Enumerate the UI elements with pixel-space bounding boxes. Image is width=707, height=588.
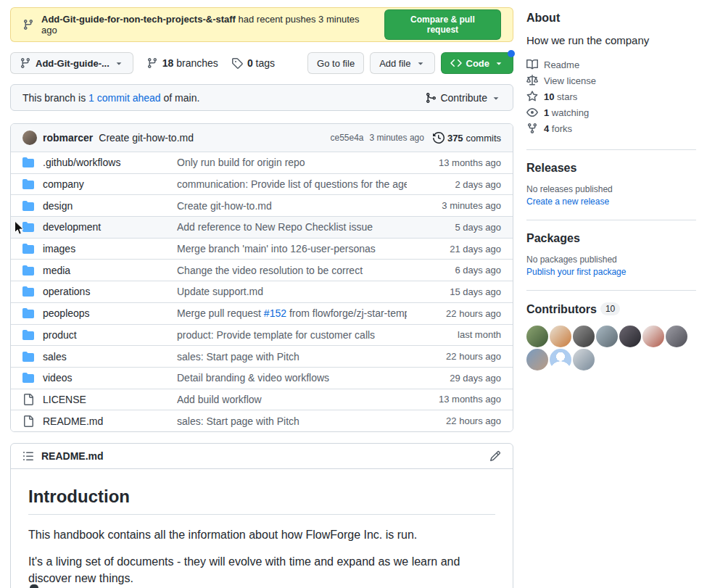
- sidebar-link-stars[interactable]: 10 stars: [526, 88, 696, 104]
- file-age: 15 days ago: [407, 286, 501, 297]
- branch-selector[interactable]: Add-Git-guide-...: [10, 52, 133, 74]
- contribute-dropdown[interactable]: Contribute: [425, 92, 501, 104]
- issue-link[interactable]: #152: [264, 307, 286, 319]
- file-type-icon: [22, 415, 34, 427]
- file-name-link[interactable]: README.md: [43, 415, 103, 427]
- packages-heading[interactable]: Packages: [526, 232, 696, 245]
- file-row[interactable]: company communication: Provide list of q…: [11, 173, 513, 195]
- file-row[interactable]: sales sales: Start page with Pitch 22 ho…: [11, 345, 513, 367]
- row-commit-message-link[interactable]: Add reference to New Repo Checklist issu…: [177, 221, 407, 233]
- file-name-link[interactable]: images: [43, 243, 75, 254]
- sidebar-link-view-license[interactable]: View license: [526, 73, 696, 88]
- file-name-link[interactable]: development: [43, 221, 101, 233]
- file-row[interactable]: .github/workflows Only run build for ori…: [11, 152, 513, 173]
- file-row[interactable]: images Merge branch 'main' into 126-user…: [11, 238, 513, 260]
- commit-author-link[interactable]: robmarcer: [43, 132, 93, 144]
- row-commit-message-link[interactable]: Change the video resolution to be correc…: [177, 265, 407, 276]
- pencil-icon[interactable]: [489, 450, 501, 462]
- contributor-avatar[interactable]: [619, 326, 641, 347]
- sidebar-link-readme[interactable]: Readme: [526, 57, 696, 73]
- tags-link[interactable]: 0 tags: [231, 57, 275, 69]
- file-name-link[interactable]: .github/workflows: [43, 157, 120, 168]
- releases-heading[interactable]: Releases: [526, 162, 696, 175]
- file-name-link[interactable]: product: [43, 329, 77, 341]
- commit-history-link[interactable]: 375 commits: [433, 132, 501, 144]
- contributor-avatar[interactable]: [573, 326, 595, 347]
- file-row[interactable]: README.md sales: Start page with Pitch 2…: [11, 410, 513, 431]
- list-icon[interactable]: [22, 450, 34, 462]
- row-commit-message-link[interactable]: Update support.md: [177, 286, 407, 297]
- code-icon: [450, 57, 462, 69]
- contributor-avatar[interactable]: [526, 326, 548, 347]
- avatar[interactable]: [22, 131, 37, 145]
- divider: [526, 149, 696, 150]
- contributors-heading[interactable]: Contributors10: [526, 302, 696, 316]
- file-type-icon: [22, 329, 34, 341]
- file-row[interactable]: product product: Provide template for cu…: [11, 324, 513, 346]
- go-to-file-button[interactable]: Go to file: [307, 52, 364, 74]
- row-commit-message-link[interactable]: Detail branding & video workflows: [177, 372, 407, 384]
- contributors-avatars: [526, 326, 696, 370]
- file-row[interactable]: operations Update support.md 15 days ago: [11, 281, 513, 302]
- code-button[interactable]: Code: [441, 52, 514, 74]
- sidebar-link-forks[interactable]: 4 forks: [526, 120, 696, 136]
- folder-icon: [22, 221, 34, 233]
- file-name-link[interactable]: operations: [43, 286, 90, 297]
- releases-empty-text: No releases published: [526, 184, 696, 194]
- file-name-link[interactable]: LICENSE: [43, 394, 86, 405]
- row-commit-message-link[interactable]: product: Provide template for customer c…: [177, 329, 407, 341]
- file-row[interactable]: videos Detail branding & video workflows…: [11, 367, 513, 389]
- file-list: .github/workflows Only run build for ori…: [11, 152, 513, 431]
- file-type-icon: [22, 286, 34, 297]
- contributor-avatar[interactable]: [550, 349, 571, 370]
- file-row[interactable]: media Change the video resolution to be …: [11, 259, 513, 281]
- file-type-icon: [22, 265, 34, 276]
- file-type-icon: [22, 157, 34, 168]
- file-row[interactable]: LICENSE Add build workflow 13 months ago: [11, 389, 513, 410]
- file-row[interactable]: design Create git-how-to.md 3 minutes ag…: [11, 194, 513, 216]
- file-row[interactable]: peopleops Merge pull request #152 from f…: [11, 302, 513, 324]
- file-name-link[interactable]: peopleops: [43, 307, 90, 319]
- commit-ahead-link[interactable]: 1 commit ahead: [88, 92, 161, 104]
- row-commit-message-link[interactable]: Merge pull request #152 from flowforge/z…: [177, 307, 407, 319]
- commit-message-link[interactable]: Create git-how-to.md: [99, 132, 194, 144]
- notification-dot: [508, 50, 515, 57]
- contributor-avatar[interactable]: [526, 349, 548, 370]
- file-name-link[interactable]: videos: [43, 372, 72, 384]
- file-name-link[interactable]: company: [43, 178, 84, 190]
- row-commit-message-link[interactable]: Merge branch 'main' into 126-user-person…: [177, 243, 407, 254]
- about-meta-links: Readme View license 10 stars 1 watching …: [526, 57, 696, 136]
- commit-sha-link[interactable]: ce55e4a: [330, 133, 363, 143]
- fork-icon: [526, 123, 538, 134]
- row-commit-message-link[interactable]: Create git-how-to.md: [177, 200, 407, 212]
- file-name-link[interactable]: sales: [43, 351, 67, 363]
- readme-paragraph: This handbook contains all the informati…: [28, 526, 495, 543]
- contributor-avatar[interactable]: [596, 326, 618, 347]
- create-release-link[interactable]: Create a new release: [526, 196, 609, 207]
- file-type-icon: [22, 178, 34, 190]
- row-commit-message-link[interactable]: Add build workflow: [177, 394, 407, 405]
- chevron-down-icon: [415, 58, 426, 68]
- folder-icon: [22, 286, 34, 297]
- readme-paragraphs: This handbook contains all the informati…: [28, 526, 495, 588]
- file-name-link[interactable]: media: [43, 265, 70, 276]
- row-commit-message-link[interactable]: communication: Provide list of questions…: [177, 178, 407, 190]
- contributor-avatar[interactable]: [666, 326, 687, 347]
- row-commit-message-link[interactable]: sales: Start page with Pitch: [177, 351, 407, 363]
- contributor-avatar[interactable]: [573, 349, 595, 370]
- file-age: 22 hours ago: [407, 351, 501, 362]
- publish-package-link[interactable]: Publish your first package: [526, 267, 626, 277]
- readme-body: Introduction This handbook contains all …: [11, 469, 513, 588]
- file-type-icon: [22, 372, 34, 384]
- sidebar-link-watching[interactable]: 1 watching: [526, 104, 696, 120]
- row-commit-message-link[interactable]: Only run build for origin repo: [177, 157, 407, 168]
- compare-pull-request-button[interactable]: Compare & pull request: [384, 9, 501, 40]
- branches-link[interactable]: 18 branches: [146, 57, 218, 69]
- contributor-avatar[interactable]: [550, 326, 571, 347]
- folder-icon: [22, 307, 34, 319]
- row-commit-message-link[interactable]: sales: Start page with Pitch: [177, 415, 407, 427]
- add-file-button[interactable]: Add file: [370, 52, 434, 74]
- contributor-avatar[interactable]: [642, 326, 664, 347]
- file-name-link[interactable]: design: [43, 200, 73, 212]
- file-row[interactable]: development Add reference to New Repo Ch…: [11, 216, 513, 238]
